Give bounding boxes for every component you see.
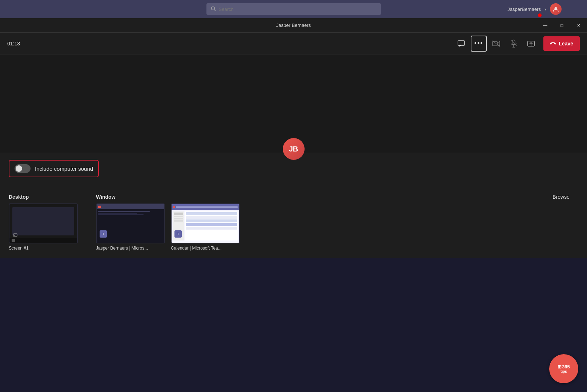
username-label: JasperBernaers xyxy=(507,7,541,12)
window-controls: — □ ✕ xyxy=(537,18,587,32)
365tips-icon: ⊞ 365 xyxy=(558,364,570,369)
cal-header xyxy=(172,204,239,210)
calendar-preview: T xyxy=(171,203,240,243)
desktop-thumbnails: Screen #1 xyxy=(9,203,78,251)
desktop-label: Desktop xyxy=(9,194,78,200)
video-icon xyxy=(492,40,500,47)
video-button[interactable] xyxy=(488,36,504,52)
mic-icon xyxy=(510,40,517,48)
toggle-knob xyxy=(16,165,22,172)
share-sections-wrapper: Desktop xyxy=(9,194,578,251)
jasper-red-dot xyxy=(98,206,101,208)
chevron-icon: ▾ xyxy=(544,7,546,11)
svg-line-1 xyxy=(214,9,216,11)
share-panel: Include computer sound Desktop xyxy=(0,153,587,258)
365tips-badge[interactable]: ⊞ 365 tips xyxy=(549,354,578,383)
include-sound-row: Include computer sound xyxy=(9,160,99,177)
screen1-share-icon xyxy=(12,233,18,238)
screen1-desktop xyxy=(12,207,74,235)
more-options-button[interactable]: ••• xyxy=(471,36,487,52)
calendar-content: T xyxy=(172,204,239,243)
screen1-label: Screen #1 xyxy=(9,246,29,251)
cal-row1 xyxy=(186,212,237,215)
window-title-bar: Jasper Bernaers — □ ✕ xyxy=(0,18,587,33)
phone-icon xyxy=(550,41,556,47)
video-area: JB xyxy=(0,54,587,153)
browse-button[interactable]: Browse xyxy=(552,194,570,200)
thumbnail-calendar[interactable]: T Calendar | Microsoft Tea... xyxy=(171,203,240,251)
screen1-content xyxy=(9,204,77,243)
call-timer: 01:13 xyxy=(7,41,20,47)
toolbar-buttons: ••• xyxy=(453,36,539,52)
window-label: Window xyxy=(96,194,240,200)
share-icon xyxy=(527,40,535,48)
jasper-topbar xyxy=(97,204,164,209)
mic-button[interactable] xyxy=(506,36,522,52)
svg-rect-3 xyxy=(458,41,465,45)
jasper-preview: T xyxy=(96,203,165,243)
window-thumbnails: T Jasper Bernaers | Micros... xyxy=(96,203,240,251)
avatar[interactable] xyxy=(550,3,562,15)
title-bar: JasperBernaers ▾ xyxy=(0,0,587,18)
chat-icon xyxy=(457,40,465,48)
minimize-button[interactable]: — xyxy=(537,18,554,33)
leave-label: Leave xyxy=(559,41,573,47)
participant-avatar: JB xyxy=(283,138,305,160)
cal-row3 xyxy=(186,219,237,222)
call-toolbar: 01:13 ••• xyxy=(0,33,587,54)
jasper-teams-logo: T xyxy=(100,230,107,238)
jasper-body xyxy=(97,209,164,243)
search-input[interactable] xyxy=(219,7,377,12)
include-sound-label: Include computer sound xyxy=(35,166,93,172)
screen1-taskbar xyxy=(9,238,77,243)
calendar-teams-logo: T xyxy=(174,230,182,238)
leave-button[interactable]: Leave xyxy=(543,36,580,51)
computer-sound-toggle[interactable] xyxy=(15,164,31,173)
cal-row4 xyxy=(186,227,237,230)
svg-rect-11 xyxy=(13,234,17,237)
thumbnail-screen1[interactable]: Screen #1 xyxy=(9,203,78,251)
cal-row2 xyxy=(186,216,237,219)
cal-main xyxy=(185,211,238,241)
jasper-content: T xyxy=(97,204,164,243)
jasper-label: Jasper Bernaers | Micros... xyxy=(96,246,148,251)
screen1-preview xyxy=(9,203,78,243)
share-button[interactable] xyxy=(523,36,539,52)
calendar-label: Calendar | Microsoft Tea... xyxy=(171,246,222,251)
window-title: Jasper Bernaers xyxy=(276,23,311,28)
chat-button[interactable] xyxy=(453,36,469,52)
notification-badge xyxy=(538,13,542,17)
cal-red-dot xyxy=(173,206,175,208)
search-box[interactable] xyxy=(206,3,381,15)
maximize-button[interactable]: □ xyxy=(554,18,570,33)
search-icon xyxy=(211,6,216,12)
cal-body xyxy=(172,210,239,242)
more-options-icon: ••• xyxy=(474,40,483,47)
browse-label: Browse xyxy=(552,194,570,200)
user-info: JasperBernaers ▾ xyxy=(507,3,562,15)
close-button[interactable]: ✕ xyxy=(570,18,587,33)
thumbnail-jasper[interactable]: T Jasper Bernaers | Micros... xyxy=(96,203,165,251)
